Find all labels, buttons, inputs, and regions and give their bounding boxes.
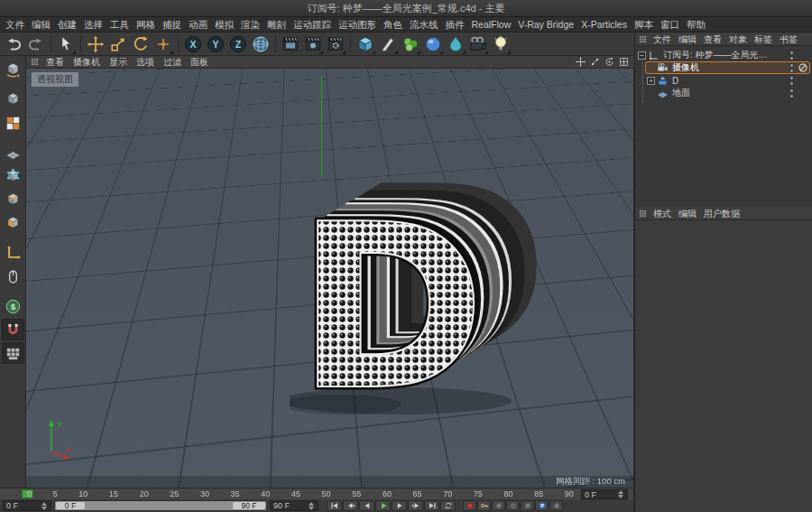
previous-frame-button[interactable] — [359, 500, 374, 511]
menubar-item-21[interactable]: 帮助 — [683, 17, 709, 33]
menubar-item-14[interactable]: 流水线 — [406, 17, 442, 33]
lock-z-axis-button[interactable]: Z — [227, 33, 249, 55]
volume-button[interactable] — [445, 33, 466, 55]
menubar-item-7[interactable]: 动画 — [185, 17, 211, 33]
spinner-icon[interactable] — [618, 490, 624, 498]
toggle-pla-button[interactable] — [549, 500, 563, 511]
undo-button[interactable] — [3, 33, 24, 55]
menubar-item-15[interactable]: 插件 — [442, 17, 468, 33]
viewport-3d[interactable]: DDDDDDDDDDDDDDDDDDDDDDDDDDDDDDDDDDDDDDDD… — [26, 69, 634, 488]
expand-icon[interactable]: + — [647, 77, 655, 85]
play-button[interactable] — [375, 500, 391, 511]
viewport-menu-item-4[interactable]: 过滤 — [159, 56, 186, 69]
camera-object-icon[interactable] — [657, 62, 669, 74]
spline-pen-button[interactable] — [377, 33, 399, 55]
simulate-button[interactable] — [422, 33, 444, 55]
menubar-item-16[interactable]: RealFlow — [468, 17, 515, 33]
viewport-menu-item-5[interactable]: 面板 — [186, 56, 213, 69]
quantize-button[interactable] — [2, 342, 24, 364]
spinner-icon[interactable] — [309, 502, 315, 510]
object-label[interactable]: 订阅号: 种梦——全局光案例 — [663, 49, 768, 61]
autokey-button[interactable] — [477, 500, 491, 511]
make-editable-button[interactable] — [2, 59, 24, 80]
toggle-parameter-button[interactable]: P — [535, 500, 549, 511]
range-start-field[interactable]: 0 F — [3, 500, 51, 511]
menubar-item-8[interactable]: 模拟 — [211, 17, 237, 33]
lock-x-axis-button[interactable]: X — [182, 33, 204, 55]
loop-button[interactable] — [440, 500, 456, 511]
menubar-item-11[interactable]: 运动跟踪 — [290, 17, 335, 33]
viewport-select-button[interactable] — [2, 265, 24, 287]
range-end-grip[interactable]: 90 F — [233, 502, 265, 509]
menubar-item-17[interactable]: V-Ray Bridge — [514, 17, 577, 33]
object-manager-menu-item-2[interactable]: 查看 — [700, 33, 725, 46]
menubar-item-9[interactable]: 渲染 — [237, 17, 263, 33]
object-manager-menu-item-3[interactable]: 对象 — [725, 33, 751, 46]
toggle-position-button[interactable] — [492, 500, 505, 511]
object-row-camera[interactable]: 摄像机 — [635, 61, 812, 74]
current-frame-field[interactable]: 0 F — [581, 489, 628, 499]
attribute-manager-menu-item-0[interactable]: 模式 — [650, 207, 675, 220]
object-manager-menu-item-5[interactable]: 书签 — [776, 33, 801, 46]
model-mode-button[interactable] — [2, 88, 24, 110]
coordinate-system-button[interactable] — [250, 33, 272, 55]
texture-mode-button[interactable] — [2, 112, 24, 134]
workplane-mode-button[interactable] — [2, 142, 24, 163]
object-row-null-group[interactable]: −订阅号: 种梦——全局光案例 — [635, 49, 812, 61]
snap-settings-button[interactable]: $ — [2, 295, 24, 317]
menubar-item-18[interactable]: X-Particles — [577, 17, 631, 33]
object-label[interactable]: 地面 — [672, 87, 690, 99]
goto-start-button[interactable] — [327, 500, 342, 511]
camera-button[interactable] — [467, 33, 489, 55]
last-used-tool[interactable] — [152, 33, 174, 55]
switch-view-icon[interactable] — [618, 56, 630, 68]
timeline-ruler[interactable]: 051015202530354045505560657075808590 0 F — [0, 488, 634, 499]
rotate-tool[interactable] — [130, 33, 152, 55]
visibility-dots[interactable] — [789, 51, 794, 61]
mograph-button[interactable] — [400, 33, 421, 55]
range-end-field[interactable]: 90 F — [270, 500, 318, 511]
attribute-manager-menu-item-2[interactable]: 用户数据 — [700, 207, 743, 220]
move-tool[interactable] — [85, 33, 106, 55]
model-letter-d[interactable]: DDDDDDDDDDDDDDDDDDDDDDDDDDDDDDDDDDDDDDDD… — [290, 128, 556, 431]
viewport-menu-item-1[interactable]: 摄像机 — [69, 56, 105, 69]
spinner-icon[interactable] — [42, 502, 48, 510]
menubar-item-1[interactable]: 编辑 — [28, 17, 54, 33]
object-manager-menu-item-1[interactable]: 编辑 — [675, 33, 700, 46]
attribute-manager-menu-item-1[interactable]: 编辑 — [675, 207, 700, 220]
null-group-object-icon[interactable] — [648, 50, 660, 61]
menubar-item-10[interactable]: 雕刻 — [263, 17, 290, 33]
panel-grip-icon[interactable] — [637, 33, 648, 44]
panel-grip-icon[interactable] — [29, 57, 40, 68]
range-start-grip[interactable]: 0 F — [56, 502, 85, 509]
floor-object-icon[interactable] — [657, 88, 669, 99]
record-keyframe-button[interactable] — [463, 500, 476, 511]
menubar-item-4[interactable]: 工具 — [106, 17, 133, 33]
light-button[interactable] — [490, 33, 512, 55]
view-label[interactable]: 透视视图 — [32, 72, 78, 87]
letter-d-object-icon[interactable] — [657, 75, 669, 87]
object-row-letter-d[interactable]: +D — [635, 74, 812, 87]
axis-mode-button[interactable] — [2, 242, 24, 264]
dolly-view-icon[interactable] — [589, 56, 601, 68]
scale-tool[interactable] — [107, 33, 129, 55]
edges-mode-button[interactable] — [2, 189, 24, 210]
object-manager-menu-item-0[interactable]: 文件 — [650, 33, 675, 46]
previous-key-button[interactable] — [343, 500, 358, 511]
visibility-dots[interactable] — [789, 88, 794, 98]
menubar-item-3[interactable]: 选择 — [80, 17, 106, 33]
render-view-button[interactable] — [280, 33, 301, 55]
rotate-view-icon[interactable] — [604, 56, 615, 68]
menubar-item-12[interactable]: 运动图形 — [335, 17, 380, 33]
points-mode-button[interactable] — [2, 165, 24, 187]
menubar-item-20[interactable]: 窗口 — [657, 17, 683, 33]
viewport-menu-item-3[interactable]: 选项 — [132, 56, 159, 69]
next-frame-button[interactable] — [392, 500, 407, 511]
toggle-scale-button[interactable] — [506, 500, 520, 511]
preview-range-slider[interactable]: 0 F 90 F — [54, 500, 267, 511]
menubar-item-13[interactable]: 角色 — [380, 17, 406, 33]
menubar-item-0[interactable]: 文件 — [2, 17, 28, 33]
panel-grip-icon[interactable] — [637, 208, 648, 219]
menubar-item-19[interactable]: 脚本 — [631, 17, 657, 33]
viewport-menu-item-2[interactable]: 显示 — [105, 56, 132, 69]
